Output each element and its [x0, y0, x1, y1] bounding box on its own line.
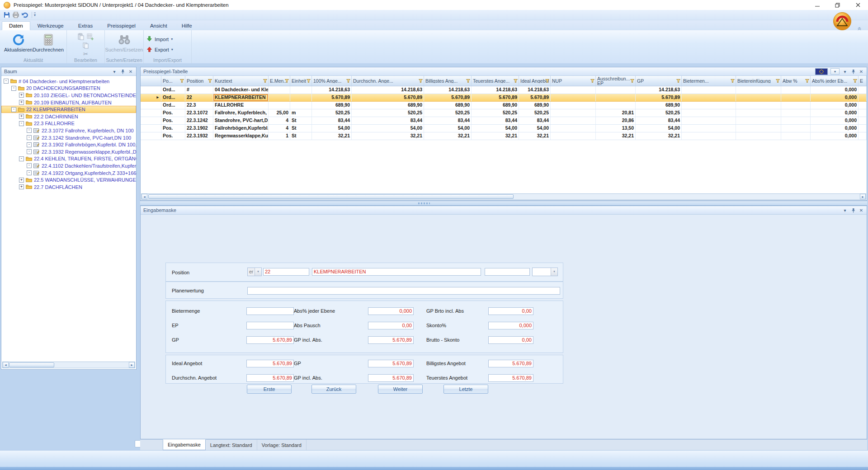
abs-jeder-ebene-field[interactable]	[368, 307, 414, 315]
tree-horizontal-scrollbar[interactable]: ◂ ▸	[2, 362, 135, 368]
table-horizontal-scrollbar[interactable]: ◂ ▸	[141, 193, 866, 200]
tree-item[interactable]: -22.4.1922 Ortgang,Kupferblech,Z 333+166…	[1, 169, 136, 177]
column-header[interactable]: Ideal Angebot	[519, 76, 551, 86]
gp-incl-abs2-field[interactable]	[368, 374, 414, 382]
scroll-right-icon[interactable]: ▸	[129, 362, 135, 368]
aktualisieren-button[interactable]: Aktualisieren	[4, 31, 33, 52]
column-header[interactable]: Abw %	[781, 76, 811, 86]
table-row[interactable]: Ord...#04 Dachdecker- und Kle...14.218,6…	[141, 86, 867, 94]
import-button[interactable]: Import ▾	[146, 33, 173, 44]
table-cell[interactable]: 689,90	[352, 102, 424, 109]
table-cell[interactable]: 0,000	[811, 117, 859, 124]
filter-icon[interactable]	[805, 79, 809, 83]
table-cell[interactable]: 22.3.1072	[185, 109, 213, 117]
column-header[interactable]: GP	[636, 76, 682, 86]
tree-item[interactable]: -22.3.1902 Fallrohrbögen,Kupferbl. DN 10…	[1, 141, 136, 148]
filter-icon[interactable]	[630, 79, 634, 83]
table-cell[interactable]	[596, 86, 636, 94]
table-cell[interactable]	[781, 86, 811, 94]
position-extra-combo[interactable]: ▾	[532, 268, 558, 276]
table-cell[interactable]: 14.218,63	[519, 86, 551, 94]
table-cell[interactable]: 520,25	[352, 109, 424, 117]
collapse-icon[interactable]: -	[27, 128, 32, 133]
import-dropdown-icon[interactable]: ▾	[171, 37, 173, 41]
table-cell[interactable]: 83,44	[424, 117, 472, 124]
column-header[interactable]: Ausschreibun...EP	[596, 76, 636, 86]
table-cell[interactable]	[269, 86, 290, 94]
table-cell[interactable]: 689,90	[519, 102, 551, 109]
panel-menu-icon[interactable]: ▾	[112, 69, 117, 74]
table-cell[interactable]: 32,21	[312, 132, 352, 140]
table-cell[interactable]	[736, 117, 781, 124]
collapse-icon[interactable]: -	[11, 107, 16, 112]
tree-item[interactable]: +22.7 DACHFLÄCHEN	[1, 183, 136, 191]
collapse-icon[interactable]: -	[27, 142, 32, 147]
table-cell[interactable]: St	[290, 125, 312, 132]
filter-icon[interactable]	[419, 79, 423, 83]
collapse-icon[interactable]: -	[4, 79, 9, 84]
row-indicator-cell[interactable]: ▸	[141, 94, 161, 101]
table-cell[interactable]	[736, 94, 781, 101]
column-header[interactable]: Abs% jeder Eb...	[811, 76, 859, 86]
column-header[interactable]: 100% Ange...	[312, 76, 352, 86]
scrollbar-thumb[interactable]	[9, 362, 54, 367]
table-cell[interactable]	[596, 94, 636, 101]
column-header[interactable]: Teuerstes Ange...	[472, 76, 519, 86]
row-indicator-cell[interactable]	[141, 125, 161, 132]
filter-icon[interactable]	[853, 79, 857, 83]
collapse-ribbon-icon[interactable]	[857, 24, 862, 33]
table-cell[interactable]: 5.670,89	[472, 94, 519, 101]
minimize-button[interactable]	[807, 0, 827, 10]
filter-icon[interactable]	[285, 79, 289, 83]
table-cell[interactable]	[551, 86, 596, 94]
column-header[interactable]: Bietermen...	[682, 76, 736, 86]
position-extra-field[interactable]	[485, 268, 530, 276]
table-cell[interactable]: 32,21	[596, 132, 636, 140]
table-cell[interactable]	[551, 94, 596, 101]
table-cell[interactable]: 520,25	[472, 109, 519, 117]
close-button[interactable]	[848, 0, 868, 10]
collapse-icon[interactable]: -	[27, 135, 32, 140]
table-cell[interactable]: 22.3.1902	[185, 125, 213, 132]
weiter-button[interactable]: Weiter	[378, 385, 423, 394]
tab-vorlage[interactable]: Vorlage: Standard	[257, 440, 307, 450]
collapse-icon[interactable]: -	[27, 170, 32, 175]
table-cell[interactable]: Ord...	[161, 94, 185, 101]
table-cell[interactable]: 689,90	[424, 102, 472, 109]
table-cell[interactable]	[736, 132, 781, 140]
table-cell[interactable]: 520,25	[519, 109, 551, 117]
export-dropdown-icon[interactable]: ▾	[171, 47, 173, 52]
table-row[interactable]: ▸Ord...22KLEMPNERARBEITEN5.670,895.670,8…	[141, 94, 867, 102]
tree-item[interactable]: -22.4 KEHLEN, TRAUFEN, FIRSTE, ORTGÄNGE	[1, 155, 136, 163]
customize-dropdown-icon[interactable]: ▾	[34, 13, 36, 17]
panel-menu-icon[interactable]: ▾	[842, 69, 848, 74]
tree-item[interactable]: +22.5 WANDANSCHLÜSSE, VERWAHRUNGEN	[1, 176, 136, 183]
splitter-grip[interactable]	[418, 202, 430, 204]
table-cell[interactable]: KLEMPNERARBEITEN	[213, 94, 269, 101]
table-cell[interactable]: 520,25	[636, 109, 682, 117]
export-button[interactable]: Export ▾	[146, 44, 173, 54]
table-cell[interactable]: 83,44	[352, 117, 424, 124]
table-cell[interactable]: m	[290, 109, 312, 117]
filter-icon[interactable]	[263, 79, 267, 83]
expand-icon[interactable]: +	[19, 178, 24, 183]
table-cell[interactable]: 32,21	[519, 132, 551, 140]
position-text-field[interactable]	[312, 268, 481, 276]
table-cell[interactable]: 22.3	[185, 102, 213, 109]
table-cell[interactable]: 13,50	[596, 125, 636, 132]
tab-daten[interactable]: Daten	[2, 21, 30, 30]
table-cell[interactable]: 04 Dachdecker- und Kle...	[213, 86, 269, 94]
insert-table-icon[interactable]	[87, 33, 94, 42]
table-cell[interactable]: 4	[269, 117, 290, 124]
table-cell[interactable]	[736, 102, 781, 109]
table-row[interactable]: Pos.22.3.1072Fallrohre, Kupferblech, D..…	[141, 109, 867, 117]
close-panel-icon[interactable]: ✕	[128, 69, 133, 74]
table-cell[interactable]	[736, 109, 781, 117]
table-cell[interactable]: 54,00	[312, 125, 352, 132]
table-cell[interactable]: 83,44	[636, 117, 682, 124]
table-cell[interactable]: 54,00	[636, 125, 682, 132]
table-cell[interactable]	[859, 109, 867, 117]
row-indicator-cell[interactable]	[141, 86, 161, 94]
durchrechnen-button[interactable]: Durchrechnen	[33, 31, 63, 52]
table-cell[interactable]: 32,21	[424, 132, 472, 140]
